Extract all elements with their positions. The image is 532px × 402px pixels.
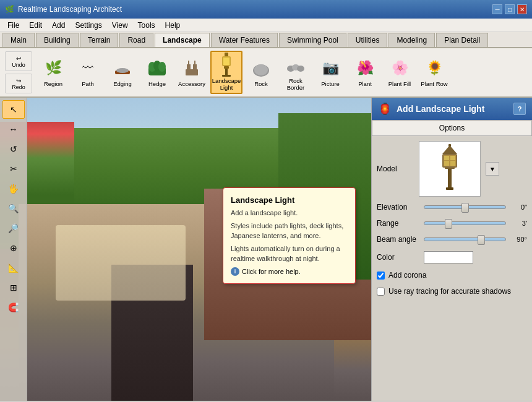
rock-label: Rock xyxy=(254,80,268,87)
picture-icon: 📷 xyxy=(319,57,341,79)
panel-tab-options[interactable]: Options xyxy=(372,120,532,136)
color-label: Color xyxy=(377,253,420,262)
right-panel: 🏮 Add Landscape Light ? Options Model xyxy=(371,98,532,401)
tool-rock-border[interactable]: Rock Border xyxy=(280,51,312,94)
range-row: Range 3' xyxy=(377,218,527,229)
elevation-value: 0" xyxy=(510,203,527,211)
svg-rect-11 xyxy=(225,53,228,56)
menu-tools[interactable]: Tools xyxy=(133,20,160,31)
snap-button[interactable]: 🧲 xyxy=(2,298,25,317)
tool-hedge[interactable]: Hedge xyxy=(141,51,173,94)
tooltip-desc1: Add a landscape light. xyxy=(231,208,348,218)
main-tabs: Main Building Terrain Road Landscape Wat… xyxy=(0,32,532,48)
plant-fill-label: Plant Fill xyxy=(388,80,411,87)
range-slider[interactable] xyxy=(424,221,506,225)
picture-label: Picture xyxy=(321,80,340,87)
tool-edging[interactable]: Edging xyxy=(106,51,139,94)
add-corona-checkbox[interactable] xyxy=(377,272,385,280)
tool-picture[interactable]: 📷 Picture xyxy=(314,51,346,94)
tooltip-popup: Landscape Light Add a landscape light. S… xyxy=(223,187,356,284)
maximize-button[interactable]: □ xyxy=(505,4,515,14)
menu-help[interactable]: Help xyxy=(160,20,186,31)
menu-add[interactable]: Add xyxy=(47,20,70,31)
tool-region[interactable]: 🌿 Region xyxy=(37,51,69,94)
tool-path[interactable]: 〰 Path xyxy=(72,51,104,94)
model-label: Model xyxy=(377,165,414,173)
menu-edit[interactable]: Edit xyxy=(24,20,47,31)
move-tool-button[interactable]: ↔ xyxy=(2,120,25,139)
tool-accessory[interactable]: Accessory xyxy=(176,51,208,94)
accessory-label: Accessory xyxy=(178,80,205,87)
tab-utilities[interactable]: Utilities xyxy=(348,33,388,47)
menu-file[interactable]: File xyxy=(2,20,24,31)
measure-button[interactable]: ⊕ xyxy=(2,239,25,257)
rock-border-label: Rock Border xyxy=(281,77,310,92)
close-button[interactable]: ✕ xyxy=(517,4,527,14)
region-icon: 🌿 xyxy=(42,57,64,79)
svg-rect-28 xyxy=(448,144,451,147)
svg-rect-29 xyxy=(444,156,449,160)
tab-terrain[interactable]: Terrain xyxy=(80,33,119,47)
model-dropdown-button[interactable]: ▼ xyxy=(486,162,499,176)
ray-tracing-label[interactable]: Use ray tracing for accurate shadows xyxy=(388,287,511,296)
landscape-light-icon xyxy=(215,54,238,76)
menu-settings[interactable]: Settings xyxy=(70,20,106,31)
ray-tracing-checkbox[interactable] xyxy=(377,288,385,296)
zoom-out-button[interactable]: 🔎 xyxy=(2,219,25,237)
tab-water-features[interactable]: Water Features xyxy=(211,33,278,47)
cut-tool-button[interactable]: ✂ xyxy=(2,160,25,178)
tooltip-title: Landscape Light xyxy=(231,195,348,205)
color-picker[interactable] xyxy=(424,251,473,263)
panel-lantern-icon: 🏮 xyxy=(378,102,392,116)
svg-point-18 xyxy=(254,64,268,75)
select-tool-button[interactable]: ↖ xyxy=(2,100,25,119)
tab-landscape[interactable]: Landscape xyxy=(155,33,210,47)
plant-row-icon: 🌻 xyxy=(423,57,445,79)
tool-landscape-light[interactable]: Landscape Light xyxy=(210,51,242,94)
svg-marker-27 xyxy=(442,145,457,154)
beam-angle-slider[interactable] xyxy=(424,237,506,241)
minimize-button[interactable]: ─ xyxy=(492,4,502,14)
tab-building[interactable]: Building xyxy=(36,33,79,47)
tool-plant-row[interactable]: 🌻 Plant Row xyxy=(418,51,450,94)
canvas-area[interactable]: ↖ ↔ ↺ ✂ 🖐 🔍 🔎 ⊕ 📐 ⊞ 🧲 Landscape Light Ad… xyxy=(0,98,371,401)
tab-modeling[interactable]: Modeling xyxy=(388,33,435,47)
options-tab-label: Options xyxy=(439,124,465,132)
undo-button[interactable]: ↩ Undo xyxy=(5,51,32,71)
svg-point-5 xyxy=(158,62,166,72)
add-corona-label[interactable]: Add corona xyxy=(388,271,426,280)
menu-view[interactable]: View xyxy=(107,20,133,31)
redo-label: Redo xyxy=(12,84,25,90)
tab-road[interactable]: Road xyxy=(119,33,153,47)
svg-rect-22 xyxy=(446,187,453,190)
dimension-button[interactable]: 📐 xyxy=(2,259,25,277)
pan-tool-button[interactable]: 🖐 xyxy=(2,179,25,198)
edging-label: Edging xyxy=(113,80,132,87)
svg-rect-23 xyxy=(448,169,452,187)
edging-icon xyxy=(111,57,134,79)
panel-help-button[interactable]: ? xyxy=(513,103,526,115)
rotate-tool-button[interactable]: ↺ xyxy=(2,140,25,158)
tooltip-help-link[interactable]: i Click for more help. xyxy=(231,267,348,276)
grid-button[interactable]: ⊞ xyxy=(2,278,25,297)
plant-label: Plant xyxy=(358,80,372,87)
redo-button[interactable]: ↪ Redo xyxy=(5,74,32,93)
tab-swimming-pool[interactable]: Swimming Pool xyxy=(279,33,346,47)
ray-tracing-row: Use ray tracing for accurate shadows xyxy=(377,286,527,297)
zoom-in-button[interactable]: 🔍 xyxy=(2,199,25,218)
model-row: Model xyxy=(377,141,527,197)
tool-plant[interactable]: 🌺 Plant xyxy=(349,51,381,94)
range-value: 3' xyxy=(510,220,527,227)
rock-border-icon xyxy=(285,54,307,76)
add-corona-row: Add corona xyxy=(377,270,527,281)
tab-plan-detail[interactable]: Plan Detail xyxy=(436,33,488,47)
elevation-slider[interactable] xyxy=(424,205,506,209)
tool-rock[interactable]: Rock xyxy=(245,51,277,94)
undo-icon: ↩ xyxy=(16,55,21,62)
hedge-icon xyxy=(146,57,168,79)
tab-main[interactable]: Main xyxy=(2,33,35,47)
accessory-icon xyxy=(181,57,203,79)
path-icon: 〰 xyxy=(77,57,99,79)
tool-plant-fill[interactable]: 🌸 Plant Fill xyxy=(384,51,416,94)
svg-rect-31 xyxy=(444,161,449,166)
